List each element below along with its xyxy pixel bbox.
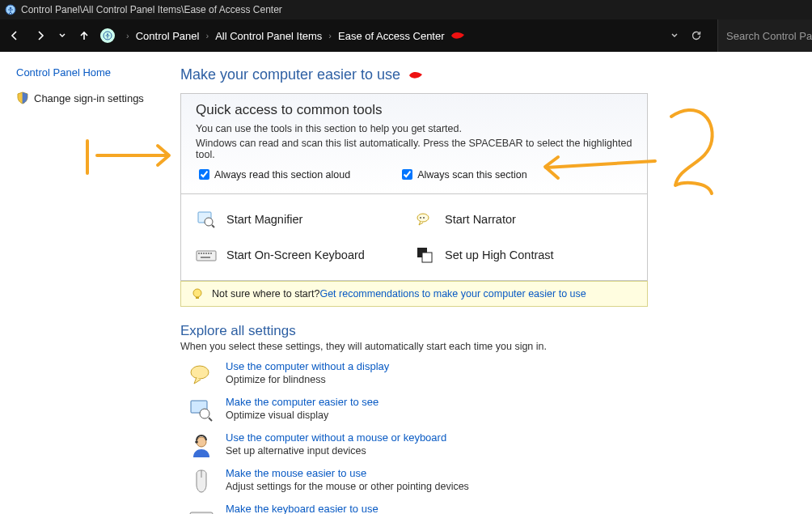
setting-link[interactable]: Use the computer without a mouse or keyb…: [226, 431, 446, 444]
settings-list: Use the computer without a displayOptimi…: [180, 360, 812, 514]
hint-bar: Not sure where to start? Get recommendat…: [180, 281, 648, 307]
svg-point-24: [197, 437, 206, 447]
speech-bubble-icon: [188, 362, 214, 388]
svg-rect-16: [201, 257, 210, 258]
breadcrumb-item[interactable]: Ease of Access Center: [338, 30, 445, 42]
keyboard-icon: [188, 504, 214, 514]
panel-title: Quick access to common tools: [196, 102, 632, 118]
magnifier-icon: [196, 209, 217, 230]
svg-rect-11: [201, 253, 202, 254]
address-chevron-button[interactable]: [667, 24, 682, 47]
quick-access-panel: Quick access to common tools You can use…: [180, 93, 648, 194]
svg-rect-10: [198, 253, 200, 254]
svg-rect-18: [422, 253, 432, 262]
sidebar-link-home[interactable]: Control Panel Home: [16, 66, 166, 79]
setting-link[interactable]: Make the mouse easier to use: [226, 467, 366, 479]
refresh-button[interactable]: [685, 24, 708, 47]
explore-heading: Explore all settings: [180, 323, 812, 339]
setting-item: Make the mouse easier to useAdjust setti…: [180, 467, 812, 495]
panel-text: You can use the tools in this section to…: [196, 123, 632, 134]
setting-link[interactable]: Use the computer without a display: [226, 360, 389, 372]
hint-link[interactable]: Get recommendations to make your compute…: [319, 288, 586, 299]
svg-rect-13: [205, 253, 207, 254]
svg-point-23: [200, 409, 209, 418]
checkbox-read-aloud[interactable]: Always read this section aloud: [196, 167, 350, 182]
checkbox-input[interactable]: [199, 169, 209, 180]
breadcrumb-item[interactable]: Control Panel: [136, 30, 200, 42]
page-heading: Make your computer easier to use: [180, 66, 812, 83]
forward-button[interactable]: [29, 24, 52, 47]
annotation-mark-red-icon: [408, 70, 425, 80]
tool-narrator[interactable]: Start Narrator: [414, 209, 632, 230]
svg-point-7: [420, 217, 421, 219]
setting-item: Make the keyboard easier to use: [180, 503, 812, 514]
chevron-right-icon: ›: [126, 31, 129, 40]
ease-of-access-icon: [5, 4, 16, 15]
setting-desc: Optimize visual display: [226, 410, 379, 421]
svg-point-1: [10, 7, 12, 10]
chevron-right-icon: ›: [205, 31, 209, 40]
tool-osk[interactable]: Start On-Screen Keyboard: [196, 244, 414, 265]
high-contrast-icon: [414, 244, 435, 265]
tool-magnifier[interactable]: Start Magnifier: [196, 209, 414, 230]
svg-point-8: [423, 217, 425, 219]
search-input[interactable]: Search Control Panel: [717, 19, 812, 52]
setting-item: Make the computer easier to seeOptimize …: [180, 396, 812, 423]
recent-locations-button[interactable]: [55, 24, 70, 47]
setting-link[interactable]: Make the computer easier to see: [226, 396, 379, 408]
up-button[interactable]: [73, 24, 95, 47]
setting-desc: Optimize for blindness: [226, 374, 389, 385]
setting-link[interactable]: Make the keyboard easier to use: [226, 503, 379, 514]
checkbox-input[interactable]: [402, 169, 412, 180]
svg-rect-20: [196, 297, 199, 299]
main-content: Make your computer easier to use Quick a…: [166, 52, 812, 514]
svg-rect-14: [208, 253, 209, 254]
svg-point-5: [205, 218, 213, 226]
checkbox-scan-section[interactable]: Always scan this section: [399, 167, 527, 182]
setting-desc: Adjust settings for the mouse or other p…: [226, 481, 469, 492]
svg-point-21: [191, 366, 209, 379]
mouse-icon: [188, 469, 214, 495]
svg-point-3: [107, 33, 108, 35]
svg-point-25: [195, 440, 198, 444]
panel-text: Windows can read and scan this list auto…: [196, 138, 632, 160]
lightbulb-icon: [191, 287, 204, 300]
narrator-icon: [414, 209, 435, 230]
ease-of-access-icon: [100, 28, 115, 43]
back-button[interactable]: [3, 24, 26, 47]
window-titlebar: Control Panel\All Control Panel Items\Ea…: [0, 0, 812, 19]
sidebar: Control Panel Home Change sign-in settin…: [0, 52, 166, 514]
setting-desc: Set up alternative input devices: [226, 445, 446, 457]
breadcrumb-item[interactable]: All Control Panel Items: [215, 30, 322, 42]
explore-subtext: When you select these settings, they wil…: [180, 341, 812, 352]
tools-grid: Start Magnifier Start Narrator Start On-…: [180, 194, 648, 281]
breadcrumb: › Control Panel › All Control Panel Item…: [100, 28, 467, 43]
address-bar: › Control Panel › All Control Panel Item…: [0, 19, 812, 52]
hint-prefix: Not sure where to start?: [212, 288, 319, 299]
sidebar-link-signin[interactable]: Change sign-in settings: [16, 91, 166, 104]
window-title: Control Panel\All Control Panel Items\Ea…: [21, 4, 282, 15]
monitor-magnifier-icon: [188, 397, 214, 423]
person-headset-icon: [188, 433, 214, 459]
setting-item: Use the computer without a mouse or keyb…: [180, 431, 812, 459]
setting-item: Use the computer without a displayOptimi…: [180, 360, 812, 388]
svg-point-19: [193, 289, 201, 297]
keyboard-icon: [196, 244, 217, 265]
svg-rect-12: [203, 253, 205, 254]
annotation-mark-red-icon: [450, 31, 467, 40]
svg-rect-15: [210, 253, 212, 254]
shield-icon: [16, 91, 29, 104]
chevron-right-icon: ›: [328, 31, 332, 40]
tool-contrast[interactable]: Set up High Contrast: [414, 244, 632, 265]
svg-rect-9: [197, 251, 216, 261]
